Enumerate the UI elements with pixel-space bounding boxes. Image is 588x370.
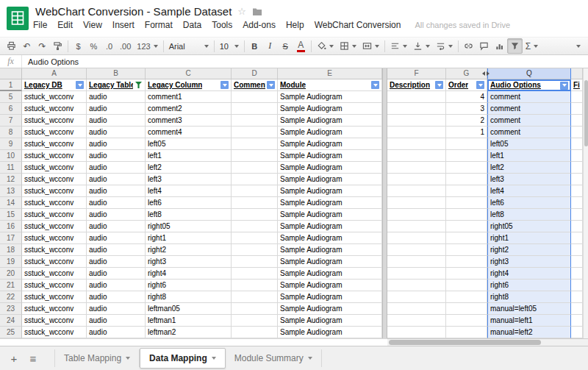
header-cell-legacy-table[interactable]: Legacy Table (87, 79, 146, 91)
cell[interactable] (387, 244, 446, 256)
italic-button[interactable]: I (262, 38, 278, 54)
cell[interactable] (571, 209, 583, 221)
cell[interactable]: Sample Audiogram (278, 91, 382, 103)
filter-dropdown-icon[interactable] (267, 81, 275, 89)
row-number-17[interactable]: 17 (0, 232, 22, 244)
cell[interactable] (387, 256, 446, 268)
cell[interactable] (387, 138, 446, 150)
text-wrap-button[interactable] (433, 38, 456, 54)
cell[interactable]: sstuck_wcconv (22, 197, 87, 209)
cell[interactable]: audio (87, 244, 146, 256)
cell[interactable] (387, 303, 446, 315)
cell[interactable]: comment (487, 115, 571, 127)
sheet-tab-table-mapping[interactable]: Table Mapping (54, 349, 140, 367)
cell[interactable]: Sample Audiogram (278, 197, 382, 209)
cell[interactable] (571, 138, 583, 150)
row-number-22[interactable]: 22 (0, 291, 22, 303)
header-cell-order[interactable]: Order (446, 79, 487, 91)
menu-edit[interactable]: Edit (52, 20, 78, 30)
percent-format-button[interactable]: % (86, 38, 101, 54)
cell[interactable]: sstuck_wcconv (22, 291, 87, 303)
menu-help[interactable]: Help (281, 20, 309, 30)
cell[interactable]: left8 (146, 209, 232, 221)
cell[interactable] (387, 150, 446, 162)
menu-view[interactable]: View (78, 20, 107, 30)
cell[interactable] (387, 197, 446, 209)
column-letter-q[interactable]: Q (487, 68, 571, 79)
cell[interactable]: Sample Audiogram (278, 303, 382, 315)
cell[interactable]: Sample Audiogram (278, 232, 382, 244)
cell[interactable] (387, 232, 446, 244)
cell[interactable] (387, 280, 446, 291)
column-letter-partial[interactable] (571, 68, 583, 79)
cell[interactable]: audio (87, 315, 146, 327)
cell[interactable]: 4 (446, 91, 487, 103)
row-number-14[interactable]: 14 (0, 197, 22, 209)
menu-format[interactable]: Format (140, 20, 178, 30)
cell[interactable] (571, 315, 583, 327)
cell[interactable]: audio (87, 115, 146, 127)
cell[interactable]: right3 (487, 256, 571, 268)
cell[interactable]: sstuck_wcconv (22, 221, 87, 232)
strikethrough-button[interactable]: S (278, 38, 293, 54)
row-number-24[interactable]: 24 (0, 315, 22, 327)
cell[interactable]: Sample Audiogram (278, 244, 382, 256)
cell[interactable]: audio (87, 185, 146, 197)
cell[interactable] (232, 268, 278, 280)
filter-active-funnel-icon[interactable] (135, 81, 143, 89)
cell[interactable]: sstuck_wcconv (22, 232, 87, 244)
cell[interactable]: right6 (487, 280, 571, 291)
document-title[interactable]: WebChart Conversion - Sample Dataset (35, 5, 232, 18)
column-letter-g[interactable]: G (446, 68, 487, 79)
vertical-align-button[interactable] (410, 38, 433, 54)
cell[interactable]: audio (87, 256, 146, 268)
row-number-21[interactable]: 21 (0, 280, 22, 291)
cell[interactable]: right4 (487, 268, 571, 280)
font-family-select[interactable]: Arial (166, 38, 212, 54)
cell[interactable]: right4 (146, 268, 232, 280)
row-number-6[interactable]: 6 (0, 103, 22, 115)
column-letter-b[interactable]: B (87, 68, 146, 79)
cell[interactable] (232, 280, 278, 291)
cell[interactable] (232, 327, 278, 338)
cell[interactable] (571, 115, 583, 127)
cell[interactable] (446, 303, 487, 315)
cell[interactable] (446, 280, 487, 291)
cell[interactable]: left3 (487, 174, 571, 185)
cell[interactable]: right3 (146, 256, 232, 268)
cell[interactable] (387, 91, 446, 103)
menu-add-ons[interactable]: Add-ons (237, 20, 281, 30)
horizontal-scrollbar[interactable] (387, 338, 583, 346)
add-sheet-button[interactable]: + (4, 349, 24, 368)
cell[interactable]: Sample Audiogram (278, 174, 382, 185)
cell[interactable]: sstuck_wcconv (22, 280, 87, 291)
cell[interactable]: Sample Audiogram (278, 138, 382, 150)
row-number-5[interactable]: 5 (0, 91, 22, 103)
cell[interactable]: right8 (487, 291, 571, 303)
cell[interactable]: sstuck_wcconv (22, 256, 87, 268)
vertical-scrollbar[interactable] (583, 68, 588, 338)
cell[interactable]: right6 (146, 280, 232, 291)
row-number-9[interactable]: 9 (0, 138, 22, 150)
cell[interactable] (446, 221, 487, 232)
cell[interactable]: sstuck_wcconv (22, 150, 87, 162)
column-letter-f[interactable]: F (387, 68, 446, 79)
cell[interactable] (387, 327, 446, 338)
cell[interactable]: right8 (146, 291, 232, 303)
cell[interactable]: left1 (146, 150, 232, 162)
cell[interactable]: comment2 (146, 103, 232, 115)
cell[interactable]: comment3 (146, 115, 232, 127)
cell[interactable]: right05 (487, 221, 571, 232)
insert-link-button[interactable] (461, 38, 476, 54)
cell[interactable] (571, 185, 583, 197)
cell[interactable]: audio (87, 138, 146, 150)
column-letter-a[interactable]: A (22, 68, 87, 79)
cell[interactable]: 1 (446, 127, 487, 138)
cell[interactable] (446, 268, 487, 280)
cell[interactable]: right2 (487, 244, 571, 256)
cell[interactable] (571, 91, 583, 103)
hidden-columns-indicator[interactable] (482, 71, 490, 76)
row-number-18[interactable]: 18 (0, 244, 22, 256)
cell[interactable]: left2 (146, 162, 232, 174)
all-sheets-button[interactable]: ≡ (24, 349, 43, 368)
